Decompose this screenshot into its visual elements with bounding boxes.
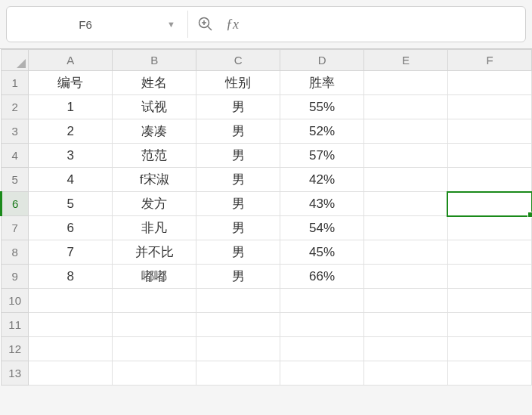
cell-D8[interactable]: 45%	[280, 240, 364, 265]
cell-F8[interactable]	[447, 240, 531, 265]
cell-reference-input[interactable]	[10, 11, 161, 38]
row-header-8[interactable]: 8	[2, 240, 29, 265]
cell-E3[interactable]	[364, 119, 448, 144]
row-header-10[interactable]: 10	[2, 289, 29, 313]
cell-C6[interactable]: 男	[196, 192, 280, 216]
cell-D9[interactable]: 66%	[280, 265, 364, 289]
cell-D10[interactable]	[280, 289, 364, 313]
cell-F2[interactable]	[447, 95, 531, 119]
cell-E10[interactable]	[364, 289, 448, 313]
col-header-A[interactable]: A	[29, 50, 113, 71]
cell-A2[interactable]: 1	[29, 95, 113, 119]
cell-A7[interactable]: 6	[29, 216, 113, 240]
cell-F3[interactable]	[447, 119, 531, 144]
cell-B5[interactable]: f宋淑	[113, 168, 196, 192]
row-header-7[interactable]: 7	[2, 216, 29, 240]
cell-B9[interactable]: 嘟嘟	[113, 265, 196, 289]
cell-A9[interactable]: 8	[29, 265, 113, 289]
cell-B8[interactable]: 并不比	[113, 240, 196, 265]
row-header-5[interactable]: 5	[2, 168, 29, 192]
cell-E2[interactable]	[364, 95, 448, 119]
cell-A11[interactable]	[29, 313, 113, 337]
cell-D1[interactable]: 胜率	[280, 71, 364, 95]
cell-C5[interactable]: 男	[196, 168, 280, 192]
cell-D13[interactable]	[280, 361, 364, 386]
cell-B1[interactable]: 姓名	[113, 71, 196, 95]
col-header-C[interactable]: C	[196, 50, 280, 71]
cell-A3[interactable]: 2	[29, 119, 113, 144]
cell-C10[interactable]	[196, 289, 280, 313]
cell-B12[interactable]	[113, 337, 196, 361]
cell-C8[interactable]: 男	[196, 240, 280, 265]
cell-F6[interactable]	[447, 192, 531, 216]
col-header-D[interactable]: D	[280, 50, 364, 71]
cell-B11[interactable]	[113, 313, 196, 337]
cell-F11[interactable]	[447, 313, 531, 337]
row-header-13[interactable]: 13	[2, 361, 29, 386]
cell-D3[interactable]: 52%	[280, 119, 364, 144]
cell-C11[interactable]	[196, 313, 280, 337]
cell-D6[interactable]: 43%	[280, 192, 364, 216]
cell-F1[interactable]	[447, 71, 531, 95]
cell-C3[interactable]: 男	[196, 119, 280, 144]
zoom-icon[interactable]	[197, 16, 214, 33]
cell-C12[interactable]	[196, 337, 280, 361]
row-header-3[interactable]: 3	[2, 119, 29, 144]
cell-A10[interactable]	[29, 289, 113, 313]
cell-B2[interactable]: 试视	[113, 95, 196, 119]
cell-D7[interactable]: 54%	[280, 216, 364, 240]
cell-F5[interactable]	[447, 168, 531, 192]
cell-B13[interactable]	[113, 361, 196, 386]
fx-icon[interactable]: ƒx	[226, 17, 239, 33]
cell-A12[interactable]	[29, 337, 113, 361]
cell-E5[interactable]	[364, 168, 448, 192]
cell-F12[interactable]	[447, 337, 531, 361]
cell-B10[interactable]	[113, 289, 196, 313]
cell-A13[interactable]	[29, 361, 113, 386]
row-header-12[interactable]: 12	[2, 337, 29, 361]
cell-D4[interactable]: 57%	[280, 144, 364, 168]
cell-A4[interactable]: 3	[29, 144, 113, 168]
row-header-9[interactable]: 9	[2, 265, 29, 289]
col-header-E[interactable]: E	[364, 50, 448, 71]
cell-F9[interactable]	[447, 265, 531, 289]
cell-B7[interactable]: 非凡	[113, 216, 196, 240]
row-header-1[interactable]: 1	[2, 71, 29, 95]
cell-C1[interactable]: 性别	[196, 71, 280, 95]
row-header-6[interactable]: 6	[2, 192, 29, 216]
cell-E4[interactable]	[364, 144, 448, 168]
col-header-B[interactable]: B	[113, 50, 196, 71]
cell-B3[interactable]: 凑凑	[113, 119, 196, 144]
cell-B4[interactable]: 范范	[113, 144, 196, 168]
select-all-corner[interactable]	[2, 50, 29, 71]
chevron-down-icon[interactable]: ▼	[161, 20, 181, 29]
cell-D2[interactable]: 55%	[280, 95, 364, 119]
cell-B6[interactable]: 发方	[113, 192, 196, 216]
cell-A5[interactable]: 4	[29, 168, 113, 192]
cell-E7[interactable]	[364, 216, 448, 240]
row-header-11[interactable]: 11	[2, 313, 29, 337]
cell-C13[interactable]	[196, 361, 280, 386]
col-header-F[interactable]: F	[447, 50, 531, 71]
cell-C9[interactable]: 男	[196, 265, 280, 289]
cell-E12[interactable]	[364, 337, 448, 361]
cell-D5[interactable]: 42%	[280, 168, 364, 192]
cell-E1[interactable]	[364, 71, 448, 95]
cell-E13[interactable]	[364, 361, 448, 386]
cell-C4[interactable]: 男	[196, 144, 280, 168]
cell-F13[interactable]	[447, 361, 531, 386]
cell-A8[interactable]: 7	[29, 240, 113, 265]
cell-C2[interactable]: 男	[196, 95, 280, 119]
cell-E8[interactable]	[364, 240, 448, 265]
cell-A6[interactable]: 5	[29, 192, 113, 216]
cell-E9[interactable]	[364, 265, 448, 289]
cell-F10[interactable]	[447, 289, 531, 313]
cell-E6[interactable]	[364, 192, 448, 216]
cell-F4[interactable]	[447, 144, 531, 168]
cell-E11[interactable]	[364, 313, 448, 337]
cell-A1[interactable]: 编号	[29, 71, 113, 95]
cell-F7[interactable]	[447, 216, 531, 240]
row-header-4[interactable]: 4	[2, 144, 29, 168]
cell-C7[interactable]: 男	[196, 216, 280, 240]
cell-D12[interactable]	[280, 337, 364, 361]
